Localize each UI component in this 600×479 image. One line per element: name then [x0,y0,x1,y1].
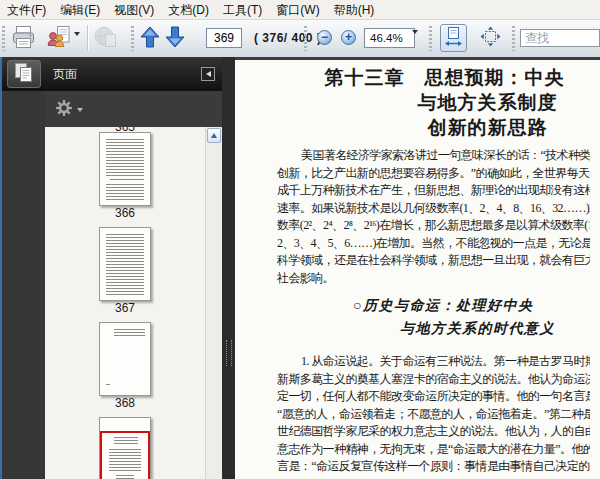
zoom-level-combobox[interactable]: 46.4% [364,28,415,48]
body-text-line: 2、3、4、5、6……)在增加。当然，不能忽视的一点是，无论是在自然 [277,235,590,253]
menu-bar: 文件(F) 编辑(E) 视图(V) 文档(D) 工具(T) 窗口(W) 帮助(H… [0,0,600,20]
toolbar-grip[interactable] [304,26,307,51]
section-heading-line: 与地方关系的时代意义 [400,317,600,340]
page-thumbnail-list[interactable]: 365 366 367 [45,127,205,479]
gear-icon [55,99,73,120]
menu-view[interactable]: 视图(V) [107,1,161,19]
page-count-label: ( 376/ 400 ) [254,31,321,45]
page-thumbnail-366[interactable]: 366 [45,132,205,221]
toolbar-grip[interactable] [429,26,432,51]
pages-panel-button[interactable] [7,60,41,88]
pdf-reader-window: 文件(F) 编辑(E) 视图(V) 文档(D) 工具(T) 窗口(W) 帮助(H… [0,0,600,479]
toolbar-separator [87,25,88,51]
body-paragraph: 美国著名经济学家索洛讲过一句意味深长的话：“技术种类的 创新，比之产出新的思想要… [235,147,600,287]
chapter-title-line: 第十三章 思想预期：中央 [289,65,600,90]
web-capture-icon [93,38,119,53]
fit-page-button[interactable] [477,24,504,52]
page-thumbnail-367[interactable]: 367 [45,227,205,316]
navigation-sidebar: 页面 [0,57,222,479]
chevron-down-icon [74,32,80,51]
fit-width-button[interactable] [440,24,467,52]
thumbnail-label: 367 [45,301,205,316]
menu-document[interactable]: 文档(D) [161,1,216,19]
thumbnail-page-image [99,132,151,206]
section-heading-line: ○历史与命运：处理好中央 [353,294,600,317]
web-capture-button[interactable] [93,25,119,53]
document-view[interactable]: 第十三章 思想预期：中央 与地方关系制度 创新的新思路 美国著名经济学家索洛讲过… [235,57,600,479]
splitter-grip-icon [226,340,232,366]
thumbnail-label: 366 [45,206,205,221]
body-paragraph: 1. 从命运说起。关于命运有三种说法。第一种是古罗马时期 新斯多葛主义的奠基人塞… [235,353,600,476]
zoom-menu-caret[interactable] [412,34,418,49]
page-thumbnail-369-current[interactable] [45,417,205,479]
chapter-title-line: 创新的新思路 [375,115,600,140]
collapse-panel-button[interactable] [201,67,215,81]
toolbar-grip[interactable] [2,26,5,51]
toolbar-grip[interactable] [512,26,515,51]
pages-panel-toolbar [45,91,222,127]
body-text-line: 数率(2²、2⁴、2⁸、2¹⁶)在增长，那么新思想最多是以算术级数率(1、 [277,217,590,235]
search-input[interactable] [520,29,600,47]
menu-edit[interactable]: 编辑(E) [53,1,107,19]
menu-file[interactable]: 文件(F) [0,1,53,19]
fit-page-icon [480,35,501,50]
body-text-line: 意志作为一种精神，无拘无束，是“命运最大的潜在力量”。他的名 [277,441,590,459]
current-page-highlight [100,431,150,479]
chapter-title-line: 与地方关系制度 [375,90,600,115]
thumbnail-page-image [99,322,151,396]
page-number-input[interactable] [206,28,242,48]
body-text-line: 美国著名经济学家索洛讲过一句意味深长的话：“技术种类的 [277,147,590,165]
body-text-line: “愿意的人，命运领着走；不愿意的人，命运拖着走。”第二种是 19 [277,406,590,424]
previous-page-button[interactable] [139,25,161,53]
page-thumbnail-368[interactable]: 368 [45,322,205,411]
body-text-line: 创新，比之产出新的思想要容易得多。”的确如此，全世界每天都有 [277,165,590,183]
menu-window[interactable]: 窗口(W) [269,1,326,19]
thumbnail-page-image [99,227,151,301]
thumbnail-label: 368 [45,396,205,411]
previous-page-icon [139,38,161,53]
body-text-line: 言是：“命运反复宣传这样一个原则：事情是由事情自己决定的。” [277,458,590,476]
pages-panel-header: 页面 [2,57,222,92]
body-text-line: 定一切，任何人都不能改变命运所决定的事情。他的一句名言是： [277,388,590,406]
panel-splitter[interactable] [222,57,235,479]
email-share-button[interactable] [46,25,71,53]
toolbar: ( 376/ 400 ) − + 46.4% [0,20,600,58]
chevron-down-icon [77,108,83,112]
email-share-icon [46,38,71,53]
collapse-arrow-icon [206,71,211,77]
menu-help[interactable]: 帮助(H) [327,1,382,19]
thumbnail-page-image [99,417,151,479]
scroll-up-button[interactable] [207,128,221,143]
arrow-up-icon [211,133,217,138]
print-button[interactable] [10,25,37,54]
body-text-line: 科学领域，还是在社会科学领域，新思想一旦出现，就会有巨大的 [277,252,590,270]
menu-tools[interactable]: 工具(T) [216,1,269,19]
next-page-icon [164,38,186,53]
zoom-out-button[interactable]: − [317,30,332,45]
panel-options-button[interactable] [55,99,83,120]
main-area: 页面 [0,57,600,479]
next-page-button[interactable] [164,25,186,53]
pages-icon [13,62,35,87]
toolbar-grip[interactable] [131,26,134,51]
email-share-menu-caret[interactable] [74,36,80,51]
body-text-line: 速率。如果说新技术是以几何级数率(1、2、4、8、16、32……)或乘 [277,200,590,218]
thumbnail-scrollbar[interactable] [205,127,222,479]
chevron-down-icon [412,30,418,49]
print-icon [10,39,37,54]
zoom-in-button[interactable]: + [341,30,356,45]
body-text-line: 1. 从命运说起。关于命运有三种说法。第一种是古罗马时期 [277,353,590,371]
body-text-line: 新斯多葛主义的奠基人塞涅卡的宿命主义的说法。他认为命运决 [277,371,590,389]
pages-panel-title: 页面 [53,66,201,83]
chapter-title: 第十三章 思想预期：中央 与地方关系制度 创新的新思路 [235,65,600,140]
fit-width-icon [443,35,464,50]
section-heading: ○历史与命运：处理好中央 与地方关系的时代意义 [235,294,600,340]
body-text-line: 成千上万种新技术在产生，但新思想、新理论的出现却没有这样的 [277,182,590,200]
panel-tab-strip [2,91,45,479]
body-text-line: 社会影响。 [277,270,590,288]
body-text-line: 世纪德国哲学家尼采的权力意志主义的说法。他认为，人的自由 [277,423,590,441]
